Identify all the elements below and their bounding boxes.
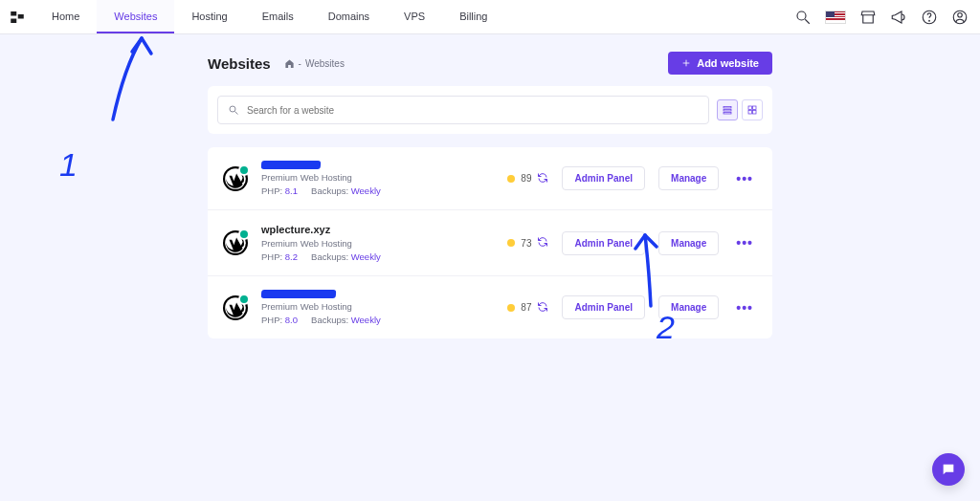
site-stats: PHP: 8.2 Backups: Weekly xyxy=(261,251,494,262)
page-content: Websites - Websites Add website xyxy=(0,34,980,338)
score-value: 89 xyxy=(521,173,531,184)
search-input[interactable] xyxy=(247,105,699,116)
help-icon[interactable] xyxy=(921,9,938,26)
nav-tab-vps[interactable]: VPS xyxy=(387,0,442,33)
svg-point-3 xyxy=(929,20,930,21)
chat-bubble-button[interactable] xyxy=(932,453,965,486)
websites-list: Premium Web Hosting PHP: 8.1 Backups: We… xyxy=(208,147,772,338)
search-card xyxy=(208,86,772,134)
wordpress-icon xyxy=(223,230,248,255)
svg-line-9 xyxy=(235,112,238,115)
nav-tab-websites[interactable]: Websites xyxy=(97,0,174,33)
svg-rect-12 xyxy=(724,113,731,115)
brand-logo[interactable] xyxy=(0,0,34,33)
home-icon xyxy=(284,58,295,69)
score-dot-icon xyxy=(507,239,515,247)
backups-label: Backups: xyxy=(311,185,348,196)
wordpress-icon xyxy=(223,295,248,320)
site-name[interactable]: wplecture.xyz xyxy=(261,224,494,235)
plus-icon xyxy=(681,58,691,68)
svg-point-5 xyxy=(958,12,963,17)
score-dot-icon xyxy=(507,304,515,312)
backups-value[interactable]: Weekly xyxy=(351,315,381,325)
php-label: PHP: xyxy=(261,251,282,262)
svg-rect-11 xyxy=(724,110,731,112)
score-value: 87 xyxy=(521,302,531,313)
backups-value[interactable]: Weekly xyxy=(351,251,381,262)
site-row: Premium Web Hosting PHP: 8.0 Backups: We… xyxy=(208,276,772,338)
backups-value[interactable]: Weekly xyxy=(351,185,381,196)
admin-panel-button[interactable]: Admin Panel xyxy=(562,231,645,255)
more-actions-icon[interactable]: ••• xyxy=(732,171,757,186)
grid-view-toggle[interactable] xyxy=(742,99,763,120)
locale-flag-us[interactable] xyxy=(825,11,846,24)
page-header: Websites - Websites Add website xyxy=(208,52,772,75)
more-actions-icon[interactable]: ••• xyxy=(732,235,757,250)
top-nav: Home Websites Hosting Emails Domains VPS… xyxy=(0,0,980,34)
php-label: PHP: xyxy=(261,315,282,325)
php-label: PHP: xyxy=(261,185,282,196)
megaphone-icon[interactable] xyxy=(890,9,907,26)
php-version[interactable]: 8.1 xyxy=(285,185,298,196)
site-plan: Premium Web Hosting xyxy=(261,238,494,249)
top-right-actions xyxy=(794,0,969,33)
list-view-toggle[interactable] xyxy=(717,99,738,120)
account-icon[interactable] xyxy=(951,9,969,26)
nav-tab-emails[interactable]: Emails xyxy=(245,0,311,33)
breadcrumb-current: Websites xyxy=(305,58,345,69)
nav-tab-home[interactable]: Home xyxy=(34,0,97,33)
breadcrumb-sep: - xyxy=(299,58,301,69)
manage-button[interactable]: Manage xyxy=(658,166,719,190)
site-name-redacted xyxy=(261,290,494,298)
svg-rect-10 xyxy=(724,107,731,109)
site-stats: PHP: 8.1 Backups: Weekly xyxy=(261,185,494,196)
search-box[interactable] xyxy=(217,96,709,124)
breadcrumb: - Websites xyxy=(284,58,345,69)
site-stats: PHP: 8.0 Backups: Weekly xyxy=(261,315,494,325)
site-meta: wplecture.xyz Premium Web Hosting PHP: 8… xyxy=(261,224,494,262)
manage-button[interactable]: Manage xyxy=(658,295,719,319)
site-plan: Premium Web Hosting xyxy=(261,172,494,183)
nav-tab-hosting[interactable]: Hosting xyxy=(174,0,244,33)
page-title: Websites xyxy=(208,55,271,72)
site-row: wplecture.xyz Premium Web Hosting PHP: 8… xyxy=(208,210,772,276)
backups-label: Backups: xyxy=(311,251,348,262)
svg-rect-15 xyxy=(748,111,752,115)
add-website-label: Add website xyxy=(697,57,759,69)
nav-tabs: Home Websites Hosting Emails Domains VPS… xyxy=(34,0,504,33)
score-value: 73 xyxy=(521,238,531,249)
php-version[interactable]: 8.2 xyxy=(285,251,298,262)
site-row: Premium Web Hosting PHP: 8.1 Backups: We… xyxy=(208,147,772,210)
admin-panel-button[interactable]: Admin Panel xyxy=(562,166,645,190)
site-plan: Premium Web Hosting xyxy=(261,301,494,312)
site-score: 89 xyxy=(507,172,548,185)
refresh-icon[interactable] xyxy=(537,236,548,250)
nav-tab-billing[interactable]: Billing xyxy=(442,0,504,33)
svg-point-0 xyxy=(797,11,806,20)
add-website-button[interactable]: Add website xyxy=(668,52,772,75)
manage-button[interactable]: Manage xyxy=(658,231,719,255)
site-meta: Premium Web Hosting PHP: 8.1 Backups: We… xyxy=(261,161,494,196)
svg-rect-13 xyxy=(748,106,752,110)
more-actions-icon[interactable]: ••• xyxy=(732,300,757,316)
svg-rect-16 xyxy=(753,111,757,115)
wordpress-icon xyxy=(223,166,248,191)
store-icon[interactable] xyxy=(859,9,877,26)
nav-tab-domains[interactable]: Domains xyxy=(311,0,387,33)
backups-label: Backups: xyxy=(311,315,348,325)
view-toggles xyxy=(717,99,763,120)
svg-rect-14 xyxy=(753,106,757,110)
refresh-icon[interactable] xyxy=(537,172,548,185)
site-score: 73 xyxy=(507,236,548,250)
search-icon xyxy=(228,104,239,116)
svg-point-8 xyxy=(230,106,235,112)
admin-panel-button[interactable]: Admin Panel xyxy=(562,295,645,319)
search-icon[interactable] xyxy=(794,9,812,26)
site-name-redacted xyxy=(261,161,494,169)
refresh-icon[interactable] xyxy=(537,301,548,315)
site-meta: Premium Web Hosting PHP: 8.0 Backups: We… xyxy=(261,290,494,325)
site-score: 87 xyxy=(507,301,548,315)
php-version[interactable]: 8.0 xyxy=(285,315,298,325)
chat-icon xyxy=(941,462,956,477)
svg-line-1 xyxy=(805,19,810,24)
